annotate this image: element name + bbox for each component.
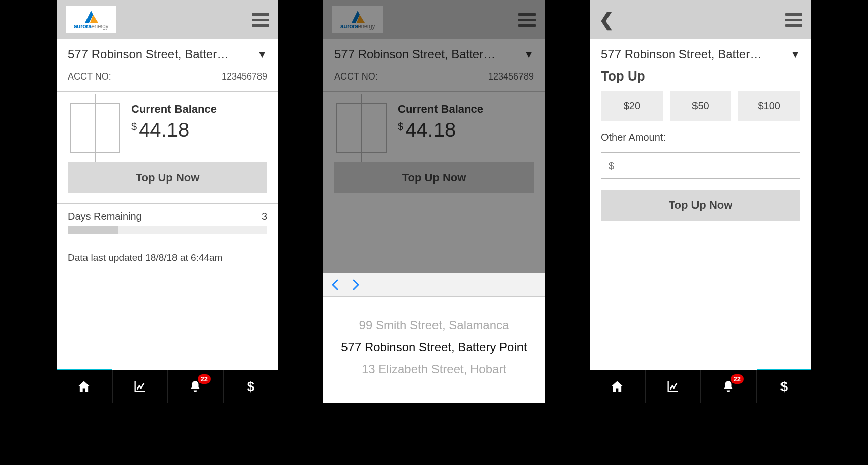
header: auroraenergy xyxy=(57,0,278,39)
currency-prefix: $ xyxy=(609,160,614,172)
screen-topup: ❮ 577 Robinson Street, Batter… ▼ Top Up … xyxy=(590,0,811,403)
account-row: ACCT NO: 123456789 xyxy=(57,66,278,91)
picker-prev-icon[interactable] xyxy=(331,279,338,290)
account-label: ACCT NO: xyxy=(68,71,111,82)
balance-label: Current Balance xyxy=(131,103,217,116)
days-progress-bar xyxy=(68,226,267,234)
menu-icon[interactable] xyxy=(252,13,269,27)
brand-logo: auroraenergy xyxy=(66,6,116,33)
address-selector[interactable]: 577 Robinson Street, Batter… ▼ xyxy=(57,39,278,66)
balance-amount: $44.18 xyxy=(131,119,217,141)
tab-payments[interactable]: $ xyxy=(223,370,279,403)
picker-option[interactable]: 99 Smith Street, Salamanca xyxy=(323,314,545,336)
screen-home: auroraenergy 577 Robinson Street, Batter… xyxy=(57,0,278,403)
tab-home[interactable] xyxy=(57,370,112,403)
topup-now-button[interactable]: Top Up Now xyxy=(601,190,800,221)
other-amount-label: Other Amount: xyxy=(590,132,811,148)
svg-text:$: $ xyxy=(780,379,788,394)
amount-preset-row: $20 $50 $100 xyxy=(590,91,811,121)
notification-badge: 22 xyxy=(198,374,211,384)
picker-toolbar xyxy=(323,273,545,297)
address-text: 577 Robinson Street, Batter… xyxy=(68,47,229,61)
tab-notifications[interactable]: 22 xyxy=(700,370,756,403)
days-value: 3 xyxy=(262,211,267,222)
picker-wheel[interactable]: 99 Smith Street, Salamanca 577 Robinson … xyxy=(323,297,545,403)
amount-preset-button[interactable]: $50 xyxy=(670,91,732,121)
picker-option[interactable]: 13 Elizabeth Street, Hobart xyxy=(323,358,545,380)
back-icon[interactable]: ❮ xyxy=(599,9,614,30)
tab-notifications[interactable]: 22 xyxy=(167,370,223,403)
tab-home[interactable] xyxy=(590,370,645,403)
menu-icon[interactable] xyxy=(785,13,802,27)
amount-preset-button[interactable]: $100 xyxy=(738,91,800,121)
last-updated-text: Data last updated 18/8/18 at 6:44am xyxy=(57,243,278,272)
header: ❮ xyxy=(590,0,811,39)
notification-badge: 22 xyxy=(731,374,744,384)
days-label: Days Remaining xyxy=(68,211,142,222)
picker-option[interactable]: 577 Robinson Street, Battery Point xyxy=(323,336,545,358)
image-placeholder-icon xyxy=(70,103,120,153)
topup-now-button[interactable]: Top Up Now xyxy=(68,162,267,193)
tab-usage[interactable] xyxy=(112,370,167,403)
chevron-down-icon: ▼ xyxy=(790,49,800,60)
other-amount-input[interactable]: $ xyxy=(601,152,800,179)
address-picker: 99 Smith Street, Salamanca 577 Robinson … xyxy=(323,273,545,403)
tab-payments[interactable]: $ xyxy=(756,370,812,403)
chevron-down-icon: ▼ xyxy=(257,49,267,60)
amount-preset-button[interactable]: $20 xyxy=(601,91,663,121)
tab-bar: 22 $ xyxy=(57,370,278,403)
picker-next-icon[interactable] xyxy=(353,279,360,290)
days-remaining-row: Days Remaining 3 xyxy=(57,204,278,226)
svg-text:$: $ xyxy=(247,379,254,394)
page-title: Top Up xyxy=(590,66,811,91)
address-selector[interactable]: 577 Robinson Street, Batter… ▼ xyxy=(590,39,811,66)
account-number: 123456789 xyxy=(222,71,267,82)
tab-usage[interactable] xyxy=(645,370,701,403)
screen-address-picker: auroraenergy 577 Robinson Street, Batter… xyxy=(323,0,545,403)
tab-bar: 22 $ xyxy=(590,370,811,403)
